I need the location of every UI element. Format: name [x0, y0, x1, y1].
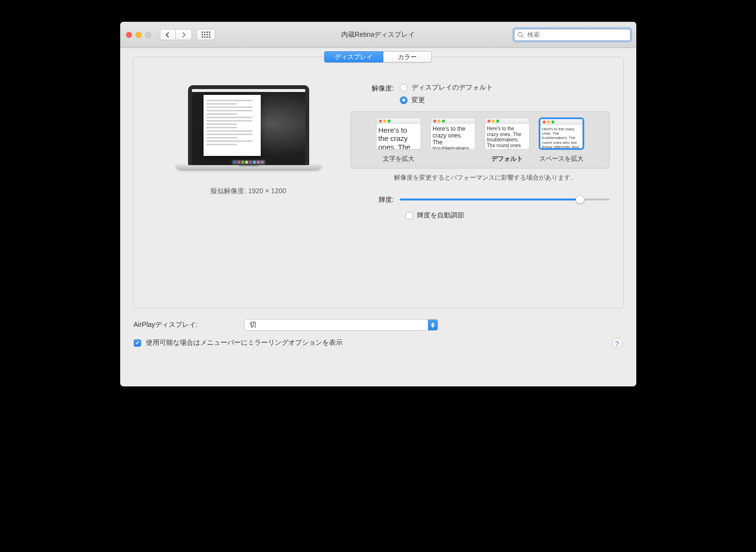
- search-input[interactable]: [514, 29, 630, 41]
- thumb-sample: Here's to the crazy ones. The troublemak…: [378, 126, 419, 150]
- radio-scaled[interactable]: 変更: [400, 96, 493, 105]
- radio-default-for-display[interactable]: ディスプレイのデフォルト: [400, 83, 493, 92]
- tab-display[interactable]: ディスプレイ: [324, 51, 383, 62]
- airplay-row: AirPlayディスプレイ: 切: [134, 319, 623, 331]
- scaling-option-default[interactable]: Here's to the crazy ones. The troublemak…: [484, 118, 530, 163]
- checkbox-label: 輝度を自動調節: [417, 211, 464, 220]
- brightness-row: 輝度:: [360, 195, 610, 204]
- resolution-caption: 擬似解像度: 1920 × 1200: [210, 187, 286, 196]
- scaling-caption: スペースを拡大: [539, 154, 583, 163]
- close-window-button[interactable]: [126, 32, 132, 38]
- checkbox-label: 使用可能な場合はメニューバーにミラーリングオプションを表示: [146, 338, 343, 347]
- scaling-option-more-space[interactable]: Here's to the crazy ones. The troublemak…: [538, 118, 584, 163]
- footer: AirPlayディスプレイ: 切 使用可能な場合はメニューバーにミラーリングオプ…: [133, 319, 624, 347]
- zoom-window-button: [145, 32, 151, 38]
- scaling-option-larger-text[interactable]: Here's to the crazy ones. The troublemak…: [375, 118, 422, 163]
- preferences-window: 内蔵Retinaディスプレイ ディスプレイ カラー: [120, 22, 636, 386]
- performance-warning: 解像度を変更するとパフォーマンスに影響する場合があります。: [361, 173, 610, 182]
- grid-icon: [202, 31, 210, 38]
- help-button[interactable]: ?: [612, 338, 623, 349]
- tab-color[interactable]: カラー: [383, 51, 432, 62]
- window-controls: [126, 32, 151, 38]
- back-button[interactable]: [160, 29, 176, 40]
- scaling-thumbs: Here's to the crazy ones. The troublemak…: [358, 118, 602, 163]
- airplay-label: AirPlayディスプレイ:: [134, 321, 244, 329]
- auto-brightness-checkbox[interactable]: 輝度を自動調節: [406, 211, 610, 220]
- titlebar: 内蔵Retinaディスプレイ: [120, 22, 636, 48]
- scaling-caption: _: [451, 154, 454, 162]
- mirroring-checkbox[interactable]: 使用可能な場合はメニューバーにミラーリングオプションを表示 ?: [134, 338, 623, 347]
- chevron-right-icon: [181, 32, 186, 38]
- nav-buttons: [160, 29, 192, 40]
- brightness-label: 輝度:: [360, 195, 400, 204]
- radio-label: ディスプレイのデフォルト: [411, 83, 493, 92]
- checkbox-box-icon: [134, 339, 141, 347]
- airplay-value: 切: [250, 321, 256, 329]
- resolution-radios: ディスプレイのデフォルト 変更: [400, 83, 493, 105]
- search-icon: [517, 31, 524, 38]
- svg-point-0: [518, 32, 522, 36]
- airplay-select[interactable]: 切: [244, 319, 438, 331]
- macbook-preview: [188, 85, 309, 165]
- search-wrap: [514, 29, 630, 41]
- resolution-row: 解像度: ディスプレイのデフォルト 変更: [360, 83, 610, 105]
- content-area: ディスプレイ カラー: [120, 48, 636, 386]
- scaling-caption: デフォルト: [491, 154, 523, 163]
- svg-line-1: [521, 36, 523, 38]
- settings-column: 解像度: ディスプレイのデフォルト 変更: [360, 83, 610, 220]
- preview-column: 擬似解像度: 1920 × 1200: [147, 83, 350, 220]
- thumb-sample: Here's to the crazy ones. The troublemak…: [542, 127, 581, 150]
- thumb-sample: Here's to the crazy ones. The troublemak…: [487, 126, 527, 150]
- forward-button[interactable]: [176, 29, 192, 40]
- show-all-button[interactable]: [197, 29, 215, 40]
- resolution-label: 解像度:: [360, 83, 400, 105]
- scaling-option-2[interactable]: Here's to the crazy ones. The troublemak…: [429, 118, 476, 163]
- minimize-window-button[interactable]: [136, 32, 142, 38]
- select-arrows-icon: [428, 320, 438, 330]
- radio-label: 変更: [411, 96, 425, 105]
- macbook-base: [176, 165, 321, 169]
- checkbox-box-icon: [406, 212, 413, 219]
- scaling-caption: 文字を拡大: [383, 154, 414, 163]
- panel-inner: 擬似解像度: 1920 × 1200 解像度: ディスプレイのデフォルト: [133, 57, 623, 230]
- scaling-picker: Here's to the crazy ones. The troublemak…: [350, 111, 610, 169]
- thumb-sample: Here's to the crazy ones. The troublemak…: [433, 126, 473, 150]
- tabs: ディスプレイ カラー: [324, 51, 432, 62]
- display-panel: ディスプレイ カラー: [133, 57, 624, 308]
- chevron-left-icon: [165, 32, 170, 38]
- brightness-slider[interactable]: [400, 195, 610, 204]
